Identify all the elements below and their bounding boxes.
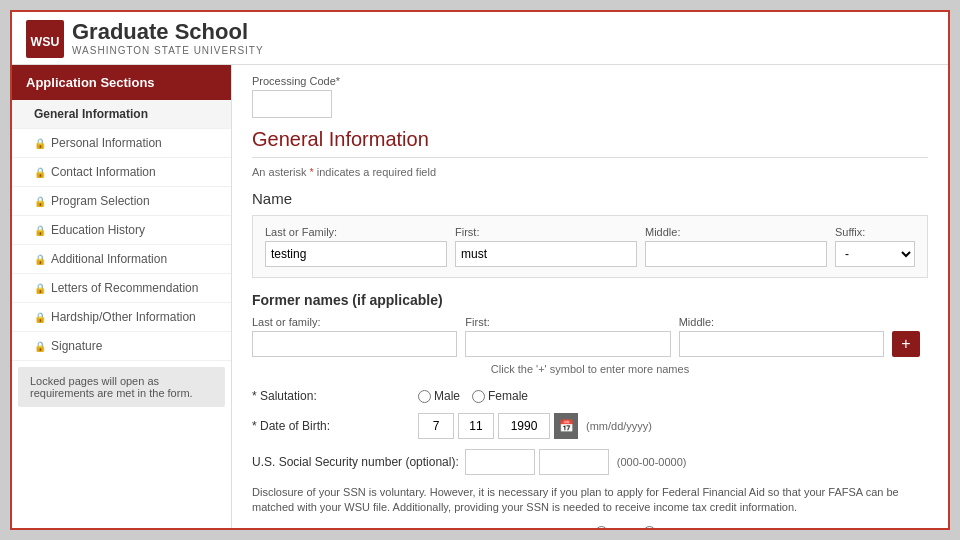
former-last-label: Last or family: bbox=[252, 316, 457, 328]
sidebar-item-contact-information[interactable]: 🔒 Contact Information bbox=[12, 158, 231, 187]
wsu-employee-section: * * Are you or do you plan to be a WSU e… bbox=[252, 526, 928, 528]
wsu-employee-question-col: * * Are you or do you plan to be a WSU e… bbox=[252, 526, 585, 528]
asterisk-symbol: * bbox=[309, 166, 313, 178]
calendar-icon-button[interactable]: 📅 bbox=[554, 413, 578, 439]
sidebar-item-letters-of-recommendation[interactable]: 🔒 Letters of Recommendation bbox=[12, 274, 231, 303]
middle-field: Middle: bbox=[645, 226, 827, 267]
wsu-employee-yes-label[interactable]: Yes bbox=[595, 526, 631, 528]
sidebar-item-personal-information[interactable]: 🔒 Personal Information bbox=[12, 129, 231, 158]
sidebar-item-label: Education History bbox=[51, 223, 145, 237]
first-input[interactable] bbox=[455, 241, 637, 267]
sidebar-item-signature[interactable]: 🔒 Signature bbox=[12, 332, 231, 361]
sidebar-item-label: Contact Information bbox=[51, 165, 156, 179]
former-middle-label: Middle: bbox=[679, 316, 884, 328]
sidebar-item-label: General Information bbox=[34, 107, 148, 121]
name-grid: Last or Family: First: Middle: Suffix: -… bbox=[252, 215, 928, 278]
salutation-male-text: Male bbox=[434, 389, 460, 403]
lock-icon: 🔒 bbox=[34, 312, 46, 323]
suffix-select[interactable]: - Jr. Sr. II III bbox=[835, 241, 915, 267]
sidebar-item-education-history[interactable]: 🔒 Education History bbox=[12, 216, 231, 245]
wsu-logo: WSU bbox=[26, 20, 62, 56]
former-middle-input[interactable] bbox=[679, 331, 884, 357]
dob-year-input[interactable] bbox=[498, 413, 550, 439]
lock-icon: 🔒 bbox=[34, 225, 46, 236]
sidebar-item-label: Personal Information bbox=[51, 136, 162, 150]
salutation-radio-group: Male Female bbox=[418, 389, 528, 403]
salutation-female-radio[interactable] bbox=[472, 390, 485, 403]
former-first-input[interactable] bbox=[465, 331, 670, 357]
dob-row: * Date of Birth: 📅 (mm/dd/yyyy) bbox=[252, 413, 928, 439]
sidebar-item-label: Hardship/Other Information bbox=[51, 310, 196, 324]
wsu-employee-radio-group: Yes No bbox=[595, 526, 928, 528]
former-names-grid: Last or family: First: Middle: + bbox=[252, 316, 928, 357]
sidebar-item-hardship-other-information[interactable]: 🔒 Hardship/Other Information bbox=[12, 303, 231, 332]
last-family-input[interactable] bbox=[265, 241, 447, 267]
dob-month-input[interactable] bbox=[418, 413, 454, 439]
sidebar-title: Application Sections bbox=[12, 65, 231, 100]
name-section-title: Name bbox=[252, 190, 928, 207]
form-area: Processing Code* General Information An … bbox=[232, 65, 948, 528]
lock-icon: 🔒 bbox=[34, 196, 46, 207]
ssn-input-1[interactable] bbox=[465, 449, 535, 475]
page-header: WSU Graduate School Washington State Uni… bbox=[12, 12, 948, 65]
salutation-male-radio[interactable] bbox=[418, 390, 431, 403]
processing-code-input[interactable] bbox=[252, 90, 332, 118]
sidebar-item-general-information[interactable]: General Information bbox=[12, 100, 231, 129]
lock-icon: 🔒 bbox=[34, 341, 46, 352]
dob-inputs: 📅 (mm/dd/yyyy) bbox=[418, 413, 652, 439]
wsu-employee-yes-text: Yes bbox=[611, 526, 631, 528]
former-names-title: Former names (if applicable) bbox=[252, 292, 928, 308]
suffix-field: Suffix: - Jr. Sr. II III bbox=[835, 226, 915, 267]
salutation-female-label[interactable]: Female bbox=[472, 389, 528, 403]
sidebar-item-label: Letters of Recommendation bbox=[51, 281, 198, 295]
ssn-label: U.S. Social Security number (optional): bbox=[252, 455, 459, 469]
lock-icon: 🔒 bbox=[34, 254, 46, 265]
disclosure-text: Disclosure of your SSN is voluntary. How… bbox=[252, 485, 928, 516]
lock-icon: 🔒 bbox=[34, 138, 46, 149]
wsu-employee-no-label[interactable]: No bbox=[643, 526, 674, 528]
suffix-label: Suffix: bbox=[835, 226, 915, 238]
salutation-female-text: Female bbox=[488, 389, 528, 403]
ssn-input-2[interactable] bbox=[539, 449, 609, 475]
wsu-employee-question: * * Are you or do you plan to be a WSU e… bbox=[252, 526, 585, 528]
school-name: Graduate School bbox=[72, 20, 264, 44]
sidebar-item-label: Program Selection bbox=[51, 194, 150, 208]
former-last-field: Last or family: bbox=[252, 316, 457, 357]
dob-label: * Date of Birth: bbox=[252, 419, 412, 433]
processing-code-row: Processing Code* bbox=[252, 75, 928, 118]
former-first-field: First: bbox=[465, 316, 670, 357]
former-last-input[interactable] bbox=[252, 331, 457, 357]
former-middle-field: Middle: bbox=[679, 316, 884, 357]
wsu-employee-no-radio[interactable] bbox=[643, 526, 656, 528]
click-note: Click the '+' symbol to enter more names bbox=[252, 363, 928, 375]
processing-code-label: Processing Code* bbox=[252, 75, 928, 87]
svg-text:WSU: WSU bbox=[31, 35, 60, 49]
former-first-label: First: bbox=[465, 316, 670, 328]
wsu-employee-no-text: No bbox=[659, 526, 674, 528]
dob-day-input[interactable] bbox=[458, 413, 494, 439]
first-field: First: bbox=[455, 226, 637, 267]
header-text: Graduate School Washington State Univers… bbox=[72, 20, 264, 55]
salutation-label: * Salutation: bbox=[252, 389, 412, 403]
sidebar-item-program-selection[interactable]: 🔒 Program Selection bbox=[12, 187, 231, 216]
university-name: Washington State University bbox=[72, 45, 264, 56]
add-former-name-button[interactable]: + bbox=[892, 331, 920, 357]
sidebar: Application Sections General Information… bbox=[12, 65, 232, 528]
first-label: First: bbox=[455, 226, 637, 238]
sidebar-item-label: Signature bbox=[51, 339, 102, 353]
wsu-employee-answer-col: Yes No bbox=[595, 526, 928, 528]
wsu-employee-question-text: * Are you or do you plan to be a WSU emp… bbox=[252, 526, 573, 528]
last-family-label: Last or Family: bbox=[265, 226, 447, 238]
sidebar-item-additional-information[interactable]: 🔒 Additional Information bbox=[12, 245, 231, 274]
salutation-male-label[interactable]: Male bbox=[418, 389, 460, 403]
ssn-inputs: (000-00-0000) bbox=[465, 449, 687, 475]
dob-format-hint: (mm/dd/yyyy) bbox=[586, 420, 652, 432]
section-heading: General Information bbox=[252, 128, 928, 158]
middle-label: Middle: bbox=[645, 226, 827, 238]
middle-input[interactable] bbox=[645, 241, 827, 267]
sidebar-item-label: Additional Information bbox=[51, 252, 167, 266]
sidebar-locked-note: Locked pages will open as requirements a… bbox=[18, 367, 225, 407]
ssn-format-hint: (000-00-0000) bbox=[617, 456, 687, 468]
ssn-row: U.S. Social Security number (optional): … bbox=[252, 449, 928, 475]
wsu-employee-yes-radio[interactable] bbox=[595, 526, 608, 528]
